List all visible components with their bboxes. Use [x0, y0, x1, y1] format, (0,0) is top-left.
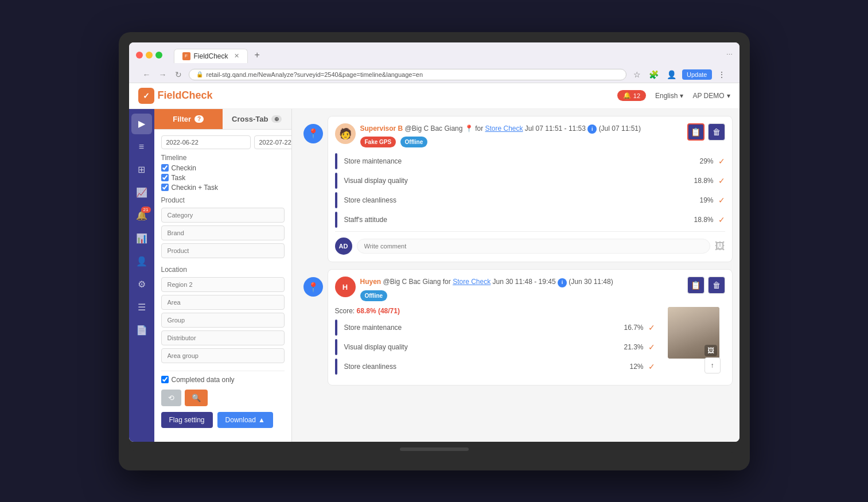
checkin-checkbox[interactable]	[161, 164, 169, 172]
language-btn[interactable]: English ▾	[655, 92, 683, 100]
group-input[interactable]	[161, 313, 285, 328]
entry-2-doc-btn[interactable]: 📋	[687, 277, 704, 294]
category-input[interactable]	[161, 208, 285, 223]
traffic-light-green[interactable]	[155, 52, 162, 59]
distributor-input[interactable]	[161, 330, 285, 345]
entry-1-tags: Fake GPS Offline	[360, 137, 683, 147]
sidebar-item-settings[interactable]: ⚙	[131, 274, 152, 295]
map-pin-icon-2: 📍	[303, 277, 323, 297]
metric-value-2: 18.8%	[694, 177, 713, 185]
region-input[interactable]	[161, 277, 285, 292]
comment-area: AD 🖼	[335, 231, 725, 255]
flag-setting-btn[interactable]: Flag setting	[161, 412, 213, 428]
metric-check-e2-2: ✓	[648, 343, 655, 352]
url-text[interactable]: retail-stg.qand.me/NewAnalyze?surveyid=2…	[207, 71, 620, 78]
filter-tab[interactable]: Filter ?	[154, 109, 223, 129]
checkin-label: Checkin	[172, 164, 196, 172]
task-checkbox[interactable]	[161, 174, 169, 181]
sidebar-item-bell[interactable]: 🔔 21	[131, 205, 152, 226]
date-end-input[interactable]	[254, 135, 292, 149]
nav-back-btn[interactable]: ←	[141, 69, 153, 80]
entry-2-store-check[interactable]: Store Check	[453, 278, 491, 286]
metric-row-3: Store cleanliness 19% ✓	[335, 192, 725, 208]
entry-2-time-parens: (Jun 30 11:48)	[569, 278, 613, 286]
entry-1-header: 🧑 Supervisor B @Big C Bac Giang 📍 for St…	[335, 123, 725, 148]
checkin-task-checkbox[interactable]	[161, 184, 169, 191]
date-start-input[interactable]	[161, 135, 251, 149]
product-input[interactable]	[161, 243, 285, 258]
entry-1-store: @Big C Bac Giang	[405, 124, 463, 133]
profile-btn[interactable]: 👤	[664, 69, 679, 80]
metric-check-3: ✓	[718, 196, 725, 205]
entry-1-actions: 📋 🗑	[687, 123, 725, 141]
notification-btn[interactable]: 🔔 12	[617, 90, 646, 101]
bookmark-btn[interactable]: ☆	[631, 69, 643, 80]
entry-1-doc-btn[interactable]: 📋	[687, 123, 704, 141]
sidebar-item-grid[interactable]: ⊞	[131, 159, 152, 180]
tab-close-btn[interactable]: ✕	[234, 52, 239, 60]
metric-bar-4	[335, 212, 337, 228]
metric-bar-e2-3	[335, 359, 337, 375]
download-btn[interactable]: Download ▲	[217, 412, 273, 428]
brand-input[interactable]	[161, 225, 285, 240]
area-group-input[interactable]	[161, 348, 285, 363]
clear-btn[interactable]: ⟲	[161, 390, 181, 406]
checkin-task-label: Checkin + Task	[172, 184, 219, 192]
map-pin-icon-1: 📍	[303, 124, 323, 143]
main-content: 📍 🧑 Supervisor B @Big C Bac Giang 📍 for …	[292, 109, 739, 442]
extensions-btn[interactable]: 🧩	[647, 69, 661, 80]
entry-1-store-check[interactable]: Store Check	[485, 124, 523, 133]
url-lock-icon: 🔒	[196, 71, 203, 77]
traffic-light-red[interactable]	[136, 52, 143, 59]
entry-1-delete-btn[interactable]: 🗑	[708, 123, 725, 141]
entry-2-actions: 📋 🗑	[687, 277, 725, 294]
entry-2-for: for	[443, 278, 453, 286]
entry-1-info-icon[interactable]: i	[587, 124, 597, 134]
sidebar-item-arrow[interactable]: ▶	[131, 114, 152, 134]
metric-check-4: ✓	[718, 215, 725, 224]
metric-row-e2-1: Store maintenance 16.7% ✓	[335, 320, 655, 336]
nav-refresh-btn[interactable]: ↻	[173, 69, 184, 80]
timeline-entry-1: 🧑 Supervisor B @Big C Bac Giang 📍 for St…	[328, 116, 733, 263]
comment-image-btn[interactable]: 🖼	[715, 240, 725, 252]
crosstab-tab-badge: ⊕	[271, 115, 282, 123]
new-tab-btn[interactable]: +	[250, 47, 264, 63]
user-arrow: ▾	[727, 92, 730, 100]
sidebar-bell-badge: 21	[141, 207, 151, 213]
user-btn[interactable]: AP DEMO ▾	[692, 92, 730, 100]
crosstab-tab[interactable]: Cross-Tab ⊕	[223, 109, 291, 129]
entry-2-metrics: Score: 68.8% (48/71) Store maintenance 1…	[335, 307, 655, 378]
area-input[interactable]	[161, 295, 285, 310]
filter-tab-label: Filter	[173, 115, 191, 123]
search-btn[interactable]: 🔍	[185, 390, 208, 406]
sidebar-item-analytics[interactable]: 📈	[131, 182, 152, 203]
entry-2-info-icon[interactable]: i	[558, 278, 567, 287]
nav-forward-btn[interactable]: →	[157, 69, 169, 80]
sidebar-item-docs[interactable]: 📄	[131, 320, 152, 341]
browser-menu[interactable]: ⋯	[726, 51, 733, 59]
browser-tab-active[interactable]: F FieldCheck ✕	[174, 49, 248, 63]
task-checkbox-row: Task	[161, 174, 285, 182]
metric-bar-3	[335, 192, 337, 208]
sidebar-item-chart[interactable]: 📊	[131, 228, 152, 249]
browser-menu-btn[interactable]: ⋮	[715, 69, 728, 80]
entry-2-meta: Huyen @Big C Bac Giang for Store Check J…	[360, 277, 683, 301]
sidebar-item-user[interactable]: 👤	[131, 251, 152, 272]
date-range	[161, 135, 285, 149]
metric-label-2: Visual display quality	[344, 177, 694, 185]
scroll-top-btn[interactable]: ↑	[704, 357, 721, 373]
traffic-light-yellow[interactable]	[146, 52, 153, 59]
metric-row-e2-2: Visual display quality 21.3% ✓	[335, 339, 655, 355]
sidebar-item-menu2[interactable]: ☰	[131, 297, 152, 318]
sidebar-item-list[interactable]: ≡	[131, 137, 152, 157]
comment-input[interactable]	[357, 239, 710, 254]
metric-value-4: 18.8%	[694, 216, 713, 224]
logo-text: FieldCheck	[158, 89, 213, 102]
product-section-label: Product	[161, 196, 285, 204]
entry-2-delete-btn[interactable]: 🗑	[708, 277, 725, 294]
update-btn[interactable]: Update	[682, 69, 711, 80]
completed-checkbox[interactable]	[161, 376, 169, 383]
entry-2-thumbnail[interactable]: 🖼 ↑	[668, 307, 725, 378]
timeline-entry-2-wrapper: 📍 H Huyen @Big C Bac Giang for Store Che…	[299, 269, 733, 386]
entry-1-for: for	[475, 124, 485, 133]
